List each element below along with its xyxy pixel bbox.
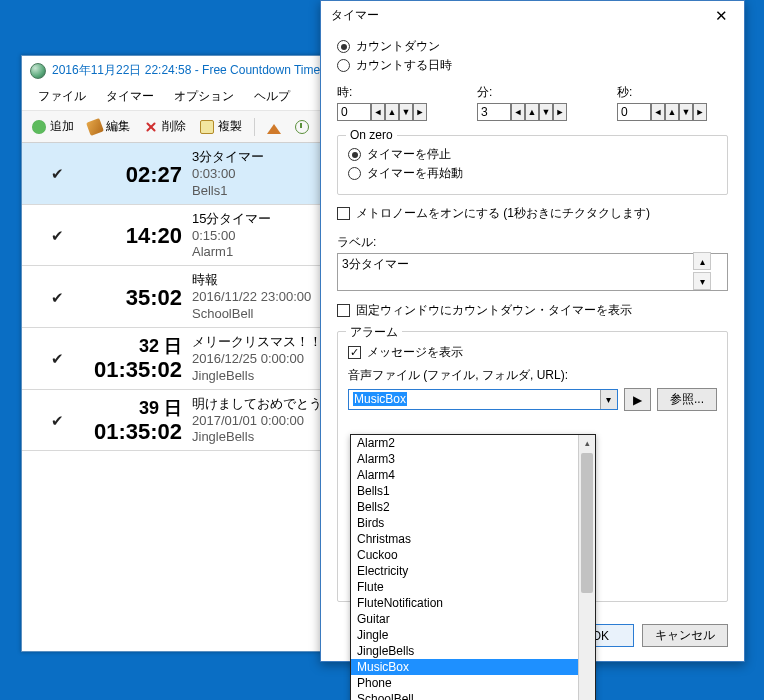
app-icon — [30, 63, 46, 79]
hours-down-button[interactable]: ▼ — [399, 103, 413, 121]
radio-icon — [348, 167, 361, 180]
seconds-up-button[interactable]: ▲ — [665, 103, 679, 121]
hours-input[interactable] — [337, 103, 371, 121]
menu-option[interactable]: オプション — [164, 85, 244, 108]
sound-dropdown-list[interactable]: ▴ ▾ Alarm2Alarm3Alarm4Bells1Bells2BirdsC… — [350, 434, 596, 700]
metronome-checkbox[interactable]: メトロノームをオンにする (1秒おきにチクタクします) — [337, 205, 728, 222]
radio-icon — [337, 40, 350, 53]
radio-icon — [337, 59, 350, 72]
countdown: 02:27 — [82, 162, 192, 187]
dialog-titlebar: タイマー ✕ — [321, 1, 744, 30]
hours-right-button[interactable]: ► — [413, 103, 427, 121]
countdown: 39 日01:35:02 — [82, 398, 192, 444]
hours-left-button[interactable]: ◄ — [371, 103, 385, 121]
edit-button[interactable]: 編集 — [82, 115, 136, 138]
minutes-input[interactable] — [477, 103, 511, 121]
label-scroll-down[interactable]: ▾ — [693, 272, 711, 290]
dropdown-option[interactable]: Christmas — [351, 531, 595, 547]
pencil-icon — [86, 118, 104, 136]
minutes-label: 分: — [477, 84, 567, 101]
minutes-down-button[interactable]: ▼ — [539, 103, 553, 121]
dropdown-option[interactable]: Phone — [351, 675, 595, 691]
add-button[interactable]: 追加 — [26, 115, 80, 138]
dropdown-option[interactable]: Cuckoo — [351, 547, 595, 563]
label-textarea[interactable] — [337, 253, 728, 291]
seconds-left-button[interactable]: ◄ — [651, 103, 665, 121]
home-button[interactable] — [261, 117, 287, 137]
minutes-left-button[interactable]: ◄ — [511, 103, 525, 121]
radio-icon — [348, 148, 361, 161]
seconds-input[interactable] — [617, 103, 651, 121]
checkbox-icon — [348, 346, 361, 359]
play-button[interactable]: ▶ — [624, 388, 651, 411]
minutes-right-button[interactable]: ► — [553, 103, 567, 121]
copy-button[interactable]: 複製 — [194, 115, 248, 138]
copy-icon — [200, 120, 214, 134]
dropdown-option[interactable]: Bells1 — [351, 483, 595, 499]
fixed-window-checkbox[interactable]: 固定ウィンドウにカウントダウン・タイマーを表示 — [337, 302, 728, 319]
label-label: ラベル: — [337, 234, 728, 251]
label-scroll-up[interactable]: ▴ — [693, 252, 711, 270]
onzero-stop[interactable]: タイマーを停止 — [348, 146, 717, 163]
dropdown-option[interactable]: Alarm3 — [351, 451, 595, 467]
close-button[interactable]: ✕ — [709, 8, 734, 23]
home-icon — [267, 120, 281, 134]
enable-checkbox[interactable]: ✔ — [32, 350, 82, 368]
enable-checkbox[interactable]: ✔ — [32, 412, 82, 430]
enable-checkbox[interactable]: ✔ — [32, 289, 82, 307]
dropdown-option[interactable]: Alarm2 — [351, 435, 595, 451]
alarm-legend: アラーム — [346, 324, 402, 341]
dropdown-option[interactable]: Guitar — [351, 611, 595, 627]
onzero-group: On zero タイマーを停止 タイマーを再始動 — [337, 135, 728, 195]
scrollbar[interactable]: ▴ ▾ — [578, 435, 595, 700]
menu-help[interactable]: ヘルプ — [244, 85, 300, 108]
chevron-down-icon[interactable]: ▾ — [600, 390, 617, 409]
hours-label: 時: — [337, 84, 427, 101]
seconds-down-button[interactable]: ▼ — [679, 103, 693, 121]
scroll-up-icon[interactable]: ▴ — [579, 435, 595, 451]
dropdown-option[interactable]: Flute — [351, 579, 595, 595]
show-message-checkbox[interactable]: メッセージを表示 — [348, 344, 717, 361]
hours-up-button[interactable]: ▲ — [385, 103, 399, 121]
onzero-legend: On zero — [346, 128, 397, 142]
menu-timer[interactable]: タイマー — [96, 85, 164, 108]
scroll-thumb[interactable] — [581, 453, 593, 593]
clock-button[interactable] — [289, 117, 315, 137]
countdown: 32 日01:35:02 — [82, 336, 192, 382]
dropdown-option[interactable]: Alarm4 — [351, 467, 595, 483]
menu-file[interactable]: ファイル — [28, 85, 96, 108]
dropdown-option[interactable]: Bells2 — [351, 499, 595, 515]
window-title: 2016年11月22日 22:24:58 - Free Countdown Ti… — [52, 62, 324, 79]
minutes-up-button[interactable]: ▲ — [525, 103, 539, 121]
cancel-button[interactable]: キャンセル — [642, 624, 728, 647]
sound-combo[interactable]: MusicBox ▾ — [348, 389, 618, 410]
dropdown-option[interactable]: Birds — [351, 515, 595, 531]
countdown: 14:20 — [82, 223, 192, 248]
dropdown-option[interactable]: Jingle — [351, 627, 595, 643]
onzero-restart[interactable]: タイマーを再始動 — [348, 165, 717, 182]
dropdown-option[interactable]: Electricity — [351, 563, 595, 579]
seconds-label: 秒: — [617, 84, 707, 101]
clock-icon — [295, 120, 309, 134]
delete-button[interactable]: 削除 — [138, 115, 192, 138]
enable-checkbox[interactable]: ✔ — [32, 227, 82, 245]
enable-checkbox[interactable]: ✔ — [32, 165, 82, 183]
checkbox-icon — [337, 207, 350, 220]
x-icon — [144, 120, 158, 134]
sound-combo-input[interactable]: MusicBox — [348, 389, 618, 410]
dialog-title: タイマー — [331, 7, 379, 24]
checkbox-icon — [337, 304, 350, 317]
mode-countto[interactable]: カウントする日時 — [337, 57, 728, 74]
dropdown-option[interactable]: JingleBells — [351, 643, 595, 659]
dropdown-option[interactable]: SchoolBell — [351, 691, 595, 700]
dropdown-option[interactable]: FluteNotification — [351, 595, 595, 611]
plus-icon — [32, 120, 46, 134]
dropdown-option[interactable]: MusicBox — [351, 659, 595, 675]
sound-label: 音声ファイル (ファイル, フォルダ, URL): — [348, 367, 717, 384]
browse-button[interactable]: 参照... — [657, 388, 717, 411]
toolbar-separator — [254, 118, 255, 136]
mode-countdown[interactable]: カウントダウン — [337, 38, 728, 55]
countdown: 35:02 — [82, 285, 192, 310]
seconds-right-button[interactable]: ► — [693, 103, 707, 121]
